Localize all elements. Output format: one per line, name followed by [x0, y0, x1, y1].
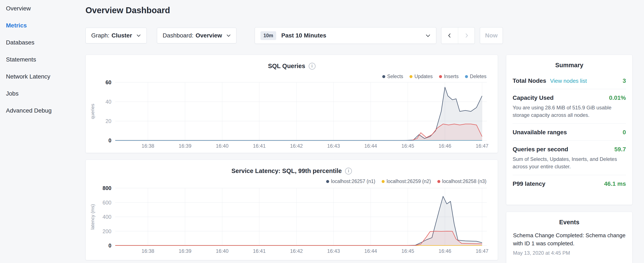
summary-value: 0: [622, 129, 626, 136]
svg-text:20: 20: [106, 118, 112, 124]
svg-text:16:45: 16:45: [402, 143, 414, 149]
now-button-label: Now: [485, 32, 498, 39]
summary-value: 59.7: [614, 146, 626, 153]
now-button[interactable]: Now: [480, 27, 503, 44]
chart-title: Service Latency: SQL, 99th percentile: [232, 167, 342, 174]
svg-text:16:47: 16:47: [476, 248, 488, 254]
svg-text:800: 800: [102, 185, 112, 191]
svg-text:400: 400: [102, 214, 112, 220]
info-icon[interactable]: i: [309, 63, 316, 70]
time-back-button[interactable]: [442, 28, 458, 44]
time-forward-button[interactable]: [458, 28, 474, 44]
summary-row-total-nodes: Total Nodes View nodes list 3: [512, 72, 626, 89]
chevron-right-icon: [464, 33, 470, 39]
svg-text:latency (ms): latency (ms): [90, 204, 95, 229]
summary-heading: Summary: [512, 55, 626, 69]
svg-text:16:40: 16:40: [216, 248, 228, 254]
svg-text:16:42: 16:42: [290, 143, 303, 149]
svg-text:16:38: 16:38: [142, 143, 154, 149]
chevron-down-icon: [426, 34, 430, 37]
chevron-down-icon: [136, 34, 141, 37]
summary-row-unavailable-ranges: Unavailable ranges 0: [512, 124, 626, 141]
sidebar-item-databases[interactable]: Databases: [0, 34, 81, 51]
chart-card-sql-queries: SQL Queries i SelectsUpdatesInsertsDelet…: [86, 55, 498, 153]
summary-label: Unavailable ranges: [512, 129, 567, 136]
sidebar-item-overview[interactable]: Overview: [0, 0, 81, 17]
svg-text:0: 0: [108, 137, 112, 143]
time-range-badge: 10m: [260, 31, 276, 40]
summary-row-queries-per-second: Queries per second 59.7 Sum of Selects, …: [512, 141, 626, 175]
event-item[interactable]: Schema Change Completed: Schema change w…: [513, 231, 626, 256]
events-heading: Events: [513, 212, 626, 226]
event-text: Schema Change Completed: Schema change w…: [513, 231, 626, 247]
sidebar-item-advanced-debug[interactable]: Advanced Debug: [0, 102, 81, 119]
svg-text:16:41: 16:41: [253, 248, 266, 254]
svg-text:16:43: 16:43: [327, 143, 340, 149]
svg-text:16:46: 16:46: [438, 143, 451, 149]
svg-text:16:44: 16:44: [364, 143, 377, 149]
time-range-value: Past 10 Minutes: [281, 32, 326, 39]
chart-title-row: Service Latency: SQL, 99th percentile i: [86, 167, 498, 174]
dashboard-dropdown-value: Overview: [196, 32, 222, 39]
dashboard-dropdown[interactable]: Dashboard: Overview: [157, 28, 236, 43]
summary-row-capacity-used: Capacity Used 0.01% You are using 28.6 M…: [512, 89, 626, 124]
svg-text:200: 200: [102, 228, 112, 234]
svg-text:16:38: 16:38: [142, 248, 154, 254]
sidebar-item-network-latency[interactable]: Network Latency: [0, 68, 81, 85]
svg-text:16:39: 16:39: [178, 143, 191, 149]
summary-label: P99 latency: [512, 180, 545, 187]
graph-dropdown[interactable]: Graph: Cluster: [86, 28, 147, 43]
svg-text:60: 60: [106, 79, 112, 85]
page-title: Overview Dashboard: [86, 6, 170, 15]
summary-value: 46.1 ms: [604, 180, 626, 187]
event-timestamp: May 13, 2020 at 4:45 PM: [513, 250, 626, 256]
graph-dropdown-label: Graph:: [91, 32, 110, 39]
summary-row-p99-latency: P99 latency 46.1 ms: [512, 175, 626, 192]
graph-dropdown-value: Cluster: [112, 32, 132, 39]
svg-text:16:46: 16:46: [438, 248, 451, 254]
summary-rows: Total Nodes View nodes list 3 Capacity U…: [512, 72, 626, 192]
time-range-selector[interactable]: 10m Past 10 Minutes: [255, 27, 436, 44]
summary-label: Capacity Used: [512, 95, 554, 101]
service-latency-plot[interactable]: 16:3816:3916:4016:4116:4216:4316:4416:45…: [86, 179, 498, 258]
chevron-down-icon: [226, 34, 231, 37]
chevron-left-icon: [447, 33, 453, 39]
summary-panel: Summary Total Nodes View nodes list 3 Ca…: [506, 55, 632, 205]
sidebar-item-jobs[interactable]: Jobs: [0, 85, 81, 102]
sql-queries-plot[interactable]: 16:3816:3916:4016:4116:4216:4316:4416:45…: [86, 74, 498, 153]
sidebar-item-metrics[interactable]: Metrics: [0, 17, 81, 34]
view-nodes-list-link[interactable]: View nodes list: [550, 78, 587, 84]
svg-text:16:40: 16:40: [216, 143, 228, 149]
chart-card-service-latency: Service Latency: SQL, 99th percentile i …: [86, 160, 498, 260]
svg-text:16:41: 16:41: [253, 143, 266, 149]
summary-description: You are using 28.6 MiB of 515.9 GiB usab…: [512, 104, 626, 119]
svg-text:16:45: 16:45: [402, 248, 414, 254]
summary-label: Queries per second: [512, 146, 568, 153]
time-pager: [441, 27, 475, 44]
chart-title-row: SQL Queries i: [86, 63, 498, 70]
svg-text:queries: queries: [90, 104, 95, 119]
svg-text:16:43: 16:43: [327, 248, 340, 254]
svg-text:40: 40: [106, 99, 112, 105]
svg-text:16:39: 16:39: [178, 248, 191, 254]
sidebar-item-statements[interactable]: Statements: [0, 51, 81, 68]
summary-description: Sum of Selects, Updates, Inserts, and De…: [512, 155, 626, 170]
summary-value: 0.01%: [609, 95, 626, 101]
chart-title: SQL Queries: [268, 63, 305, 70]
svg-text:600: 600: [102, 200, 112, 205]
dashboard-dropdown-label: Dashboard:: [163, 32, 194, 39]
summary-label: Total Nodes: [512, 78, 546, 84]
svg-text:0: 0: [108, 242, 112, 248]
info-icon[interactable]: i: [345, 168, 352, 174]
events-panel: Events Schema Change Completed: Schema c…: [506, 212, 632, 263]
svg-text:16:44: 16:44: [364, 248, 377, 254]
svg-text:16:42: 16:42: [290, 248, 303, 254]
sidebar: Overview Metrics Databases Statements Ne…: [0, 0, 81, 263]
summary-value: 3: [622, 78, 626, 84]
svg-text:16:47: 16:47: [476, 143, 488, 149]
